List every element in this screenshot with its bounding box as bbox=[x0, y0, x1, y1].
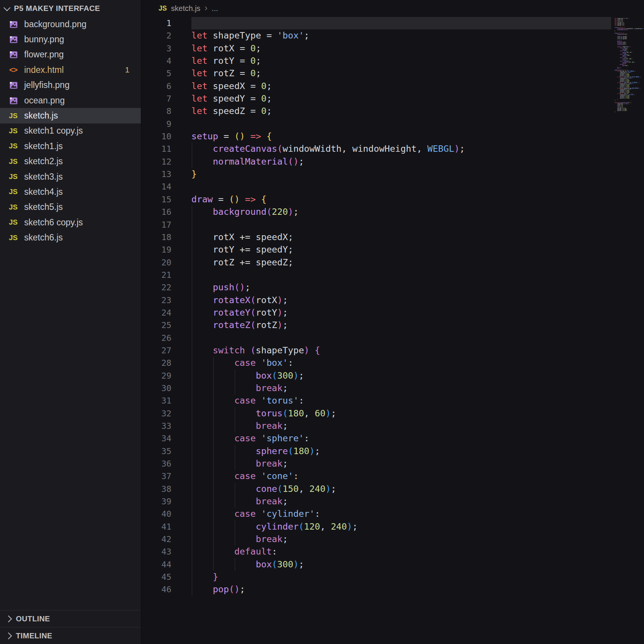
code-line[interactable]: 34 case 'sphere': bbox=[141, 432, 614, 445]
line-number[interactable]: 43 bbox=[141, 545, 171, 558]
code-line[interactable]: 14 bbox=[141, 180, 614, 193]
code-line[interactable]: 42 break; bbox=[141, 533, 614, 545]
breadcrumb-symbol-ellipsis[interactable]: ... bbox=[212, 4, 218, 13]
file-item[interactable]: JSsketch6.js bbox=[0, 230, 141, 245]
line-number[interactable]: 21 bbox=[141, 269, 171, 281]
file-item[interactable]: <>index.html1 bbox=[0, 62, 141, 77]
code-line[interactable]: 31 case 'torus': bbox=[141, 394, 614, 407]
code-line[interactable]: 44 box(300); bbox=[141, 558, 614, 571]
code-line[interactable]: 18 rotX += speedX; bbox=[141, 231, 614, 243]
code-line[interactable]: 7let speedY = 0; bbox=[141, 92, 614, 105]
line-number[interactable]: 20 bbox=[141, 256, 171, 269]
code-line[interactable]: 38 cone(150, 240); bbox=[141, 483, 614, 495]
file-item[interactable]: ocean.png bbox=[0, 93, 141, 108]
line-number[interactable]: 1 bbox=[141, 17, 171, 29]
line-number[interactable]: 23 bbox=[141, 294, 171, 307]
line-number[interactable]: 39 bbox=[141, 495, 171, 508]
line-number[interactable]: 15 bbox=[141, 193, 171, 206]
code-line[interactable]: 28 case 'box': bbox=[141, 357, 614, 369]
code-line[interactable]: 36 break; bbox=[141, 458, 614, 470]
code-line[interactable]: 41 cylinder(120, 240); bbox=[141, 521, 614, 533]
line-number[interactable]: 27 bbox=[141, 344, 171, 357]
line-number[interactable]: 45 bbox=[141, 571, 171, 583]
code-line[interactable]: 6let speedX = 0; bbox=[141, 80, 614, 92]
line-number[interactable]: 12 bbox=[141, 156, 171, 168]
code-line[interactable]: 9 bbox=[141, 118, 614, 130]
code-line[interactable]: 46 pop(); bbox=[141, 583, 614, 596]
sidebar-panel-timeline[interactable]: TIMELINE bbox=[0, 627, 141, 644]
code-line[interactable]: 1 bbox=[141, 17, 614, 29]
code-line[interactable]: 5let rotZ = 0; bbox=[141, 67, 614, 80]
code-line[interactable]: 23 rotateX(rotX); bbox=[141, 294, 614, 307]
line-number[interactable]: 4 bbox=[141, 55, 171, 67]
file-item[interactable]: JSsketch1 copy.js bbox=[0, 123, 141, 139]
line-number[interactable]: 46 bbox=[141, 583, 171, 596]
line-number[interactable]: 30 bbox=[141, 382, 171, 394]
file-item[interactable]: flower.png bbox=[0, 47, 141, 62]
code-line[interactable]: 25 rotateZ(rotZ); bbox=[141, 319, 614, 331]
code-line[interactable]: 16 background(220); bbox=[141, 206, 614, 218]
line-number[interactable]: 13 bbox=[141, 168, 171, 180]
code-line[interactable]: 22 push(); bbox=[141, 281, 614, 294]
line-number[interactable]: 3 bbox=[141, 42, 171, 55]
code-line[interactable]: 26 bbox=[141, 332, 614, 344]
line-number[interactable]: 16 bbox=[141, 206, 171, 218]
line-number[interactable]: 41 bbox=[141, 521, 171, 533]
file-item[interactable]: JSsketch2.js bbox=[0, 154, 141, 169]
code-line[interactable]: 24 rotateY(rotY); bbox=[141, 307, 614, 319]
code-line[interactable]: 45 } bbox=[141, 571, 614, 583]
explorer-folder-header[interactable]: P5 MAKEY INTERFACE bbox=[0, 0, 141, 17]
file-item[interactable]: JSsketch.js bbox=[0, 108, 141, 123]
line-number[interactable]: 8 bbox=[141, 105, 171, 117]
code-line[interactable]: 33 break; bbox=[141, 420, 614, 432]
code-line[interactable]: 20 rotZ += speedZ; bbox=[141, 256, 614, 269]
line-number[interactable]: 32 bbox=[141, 407, 171, 420]
line-number[interactable]: 26 bbox=[141, 332, 171, 344]
line-number[interactable]: 25 bbox=[141, 319, 171, 331]
line-number[interactable]: 10 bbox=[141, 130, 171, 143]
line-number[interactable]: 2 bbox=[141, 29, 171, 42]
line-number[interactable]: 44 bbox=[141, 558, 171, 571]
line-number[interactable]: 5 bbox=[141, 67, 171, 80]
code-line[interactable]: 37 case 'cone': bbox=[141, 470, 614, 482]
code-line[interactable]: 12 normalMaterial(); bbox=[141, 156, 614, 168]
line-number[interactable]: 31 bbox=[141, 394, 171, 407]
minimap[interactable]: let shapeType = 'box';let rotX = 0;let r… bbox=[615, 17, 644, 176]
line-number[interactable]: 34 bbox=[141, 432, 171, 445]
line-number[interactable]: 17 bbox=[141, 219, 171, 231]
code-line[interactable]: 19 rotY += speedY; bbox=[141, 243, 614, 256]
line-number[interactable]: 40 bbox=[141, 508, 171, 520]
file-item[interactable]: bunny.png bbox=[0, 32, 141, 47]
file-item[interactable]: JSsketch5.js bbox=[0, 200, 141, 215]
line-number[interactable]: 38 bbox=[141, 483, 171, 495]
line-number[interactable]: 6 bbox=[141, 80, 171, 92]
file-item[interactable]: JSsketch1.js bbox=[0, 139, 141, 154]
line-number[interactable]: 37 bbox=[141, 470, 171, 482]
code-line[interactable]: 2let shapeType = 'box'; bbox=[141, 29, 614, 42]
line-number[interactable]: 11 bbox=[141, 143, 171, 155]
code-line[interactable]: 43 default: bbox=[141, 545, 614, 558]
file-item[interactable]: JSsketch4.js bbox=[0, 184, 141, 199]
code-line[interactable]: 29 box(300); bbox=[141, 370, 614, 382]
breadcrumb-file[interactable]: sketch.js bbox=[171, 4, 200, 13]
code-line[interactable]: 30 break; bbox=[141, 382, 614, 394]
code-line[interactable]: 21 bbox=[141, 269, 614, 281]
code-line[interactable]: 39 break; bbox=[141, 495, 614, 508]
line-number[interactable]: 36 bbox=[141, 458, 171, 470]
code-line[interactable]: 4let rotY = 0; bbox=[141, 55, 614, 67]
code-line[interactable]: 3let rotX = 0; bbox=[141, 42, 614, 55]
line-number[interactable]: 28 bbox=[141, 357, 171, 369]
line-number[interactable]: 22 bbox=[141, 281, 171, 294]
code-line[interactable]: 32 torus(180, 60); bbox=[141, 407, 614, 420]
line-number[interactable]: 18 bbox=[141, 231, 171, 243]
file-item[interactable]: JSsketch6 copy.js bbox=[0, 215, 141, 230]
code-line[interactable]: 35 sphere(180); bbox=[141, 445, 614, 458]
code-line[interactable]: 17 bbox=[141, 219, 614, 231]
code-line[interactable]: 8let speedZ = 0; bbox=[141, 105, 614, 117]
line-number[interactable]: 19 bbox=[141, 243, 171, 256]
line-number[interactable]: 7 bbox=[141, 92, 171, 105]
code-line[interactable]: 10setup = () => { bbox=[141, 130, 614, 143]
sidebar-panel-outline[interactable]: OUTLINE bbox=[0, 610, 141, 627]
line-number[interactable]: 14 bbox=[141, 180, 171, 193]
code-line[interactable]: 27 switch (shapeType) { bbox=[141, 344, 614, 357]
